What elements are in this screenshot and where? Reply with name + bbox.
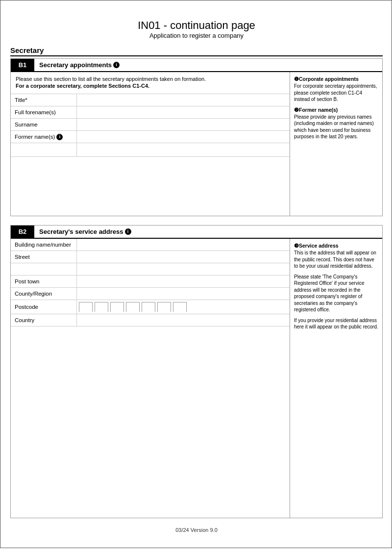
b2-sidebar: ❸Service address This is the address tha… bbox=[290, 239, 382, 518]
secretary-heading: Secretary bbox=[10, 46, 383, 56]
field-street2[interactable] bbox=[77, 263, 290, 275]
form-row-street: Street bbox=[11, 251, 290, 263]
form-row-street2 bbox=[11, 263, 290, 276]
b1-title: Secretary appointments i bbox=[34, 59, 382, 71]
postcode-input-4[interactable] bbox=[126, 302, 139, 312]
label-surname: Surname bbox=[11, 119, 77, 130]
b1-note2: ❷Former name(s) Please provide any previ… bbox=[294, 107, 378, 140]
postcode-box-7[interactable] bbox=[173, 302, 187, 312]
postcode-box-5[interactable] bbox=[142, 302, 155, 312]
form-row-country: Country bbox=[11, 314, 290, 327]
postcode-input-5[interactable] bbox=[142, 302, 155, 312]
b2-title: Secretary's service address i bbox=[34, 226, 382, 238]
form-row-forenames: Full forename(s) bbox=[11, 106, 290, 119]
label-title: Title* bbox=[11, 94, 77, 106]
postcode-input-6[interactable] bbox=[158, 302, 171, 312]
input-surname[interactable] bbox=[79, 120, 288, 129]
postcode-box-6[interactable] bbox=[157, 302, 171, 312]
label-building: Building name/number bbox=[11, 239, 77, 251]
b1-info-text: Please use this section to list all the … bbox=[11, 72, 290, 94]
input-title[interactable] bbox=[79, 95, 288, 105]
label-postcode: Postcode bbox=[11, 300, 77, 314]
label-post-town: Post town bbox=[11, 276, 77, 287]
input-street[interactable] bbox=[79, 252, 288, 262]
input-former-names-extra[interactable] bbox=[79, 144, 288, 154]
input-country[interactable] bbox=[79, 315, 288, 325]
b2-note3: If you provide your residential address … bbox=[294, 317, 378, 330]
field-forenames[interactable] bbox=[77, 106, 290, 118]
postcode-input-2[interactable] bbox=[95, 302, 108, 312]
postcode-input-7[interactable] bbox=[173, 302, 186, 312]
field-county[interactable] bbox=[77, 288, 290, 300]
input-street2[interactable] bbox=[79, 264, 288, 274]
postcode-input-3[interactable] bbox=[111, 302, 123, 312]
postcode-input-1[interactable] bbox=[79, 302, 92, 312]
label-street2 bbox=[11, 263, 77, 275]
b1-info-icon: i bbox=[113, 62, 120, 68]
b1-sidebar: ❶Corporate appointments For corporate se… bbox=[290, 72, 382, 216]
field-former-names[interactable] bbox=[77, 131, 290, 143]
label-former-names: Former name(s) i bbox=[11, 131, 77, 143]
b1-note1: ❶Corporate appointments For corporate se… bbox=[294, 76, 378, 103]
b2-note1: ❸Service address This is the address tha… bbox=[294, 243, 378, 270]
postcode-box-4[interactable] bbox=[126, 302, 140, 312]
b1-badge: B1 bbox=[11, 59, 34, 71]
postcode-box-2[interactable] bbox=[95, 302, 108, 312]
input-forenames[interactable] bbox=[79, 107, 288, 117]
input-building[interactable] bbox=[79, 240, 288, 250]
field-country[interactable] bbox=[77, 314, 290, 326]
b2-note2: Please state 'The Company's Registered O… bbox=[294, 274, 378, 313]
form-row-former-names: Former name(s) i bbox=[11, 131, 290, 143]
label-street: Street bbox=[11, 251, 77, 263]
field-postcode bbox=[77, 300, 290, 314]
b1-spacer bbox=[11, 157, 290, 216]
field-street[interactable] bbox=[77, 251, 290, 263]
postcode-box-1[interactable] bbox=[79, 302, 93, 312]
b2-info-icon: i bbox=[125, 228, 131, 235]
input-county[interactable] bbox=[79, 289, 288, 299]
b2-badge: B2 bbox=[11, 226, 34, 238]
page-title-block: IN01 - continuation page Application to … bbox=[10, 19, 383, 39]
section-b1: B1 Secretary appointments i Please use t… bbox=[10, 58, 383, 216]
form-row-post-town: Post town bbox=[11, 276, 290, 288]
former-names-info-icon: i bbox=[56, 134, 63, 140]
field-post-town[interactable] bbox=[77, 276, 290, 287]
page-subtitle: Application to register a company bbox=[10, 32, 383, 39]
form-row-building: Building name/number bbox=[11, 239, 290, 251]
label-county: County/Region bbox=[11, 288, 77, 300]
field-title[interactable] bbox=[77, 94, 290, 106]
form-row-surname: Surname bbox=[11, 119, 290, 131]
page-title: IN01 - continuation page bbox=[10, 19, 383, 32]
section-b2: B2 Secretary's service address i Buildin… bbox=[10, 225, 383, 518]
field-surname[interactable] bbox=[77, 119, 290, 130]
form-row-county: County/Region bbox=[11, 288, 290, 300]
footer: 03/24 Version 9.0 bbox=[10, 527, 383, 533]
input-post-town[interactable] bbox=[79, 277, 288, 286]
form-row-former-names-extra bbox=[11, 143, 290, 157]
label-former-names-extra bbox=[11, 143, 77, 156]
form-row-title: Title* bbox=[11, 94, 290, 106]
field-building[interactable] bbox=[77, 239, 290, 251]
field-former-names-extra[interactable] bbox=[77, 143, 290, 156]
label-country: Country bbox=[11, 314, 77, 326]
input-former-names[interactable] bbox=[79, 132, 288, 142]
label-forenames: Full forename(s) bbox=[11, 106, 77, 118]
form-row-postcode: Postcode bbox=[11, 300, 290, 314]
b2-spacer bbox=[11, 327, 290, 518]
postcode-box-3[interactable] bbox=[110, 302, 124, 312]
